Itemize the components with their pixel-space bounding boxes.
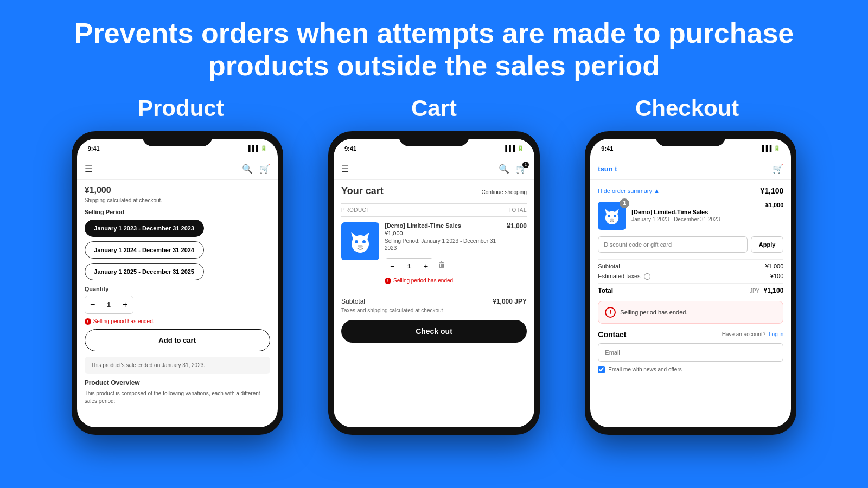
cart-qty-control: − 1 + (385, 258, 433, 274)
cart-qty-plus[interactable]: + (419, 259, 433, 274)
checkout-error-box: ! Selling period has ended. (598, 301, 783, 324)
svg-point-4 (362, 240, 366, 243)
newsletter-checkbox[interactable] (598, 366, 605, 373)
search-icon[interactable]: 🔍 (242, 164, 253, 174)
svg-point-9 (608, 215, 611, 217)
cart-qty-minus[interactable]: − (385, 259, 399, 274)
checkout-wolf-icon (602, 206, 622, 226)
hero-title: Prevents orders when attempts are made t… (54, 17, 814, 82)
svg-point-10 (614, 215, 616, 217)
col-total: TOTAL (508, 207, 527, 213)
hero-section: Prevents orders when attempts are made t… (54, 0, 814, 82)
product-error: ! Selling period has ended. (85, 318, 270, 325)
svg-point-11 (610, 218, 615, 221)
total-value: ¥1,100 (764, 287, 784, 294)
cart-badge: 1 (522, 162, 529, 168)
period-btn-2023[interactable]: January 1 2023 - December 31 2023 (85, 220, 204, 237)
cart-icon[interactable]: 🛒 (259, 164, 270, 174)
product-shipping: Shipping calculated at checkout. (85, 197, 270, 203)
period-btn-2025[interactable]: January 1 2025 - December 31 2025 (85, 263, 204, 280)
checkout-divider-2 (598, 283, 783, 284)
sale-ended-text: This product's sale ended on January 31,… (91, 362, 205, 368)
shipping-link[interactable]: Shipping (85, 197, 106, 203)
wolf-icon (347, 228, 374, 255)
nav-right-icons: 🔍 🛒 (242, 164, 270, 174)
contact-login: Have an account? Log in (722, 331, 784, 337)
checkout-cart-icon[interactable]: 🛒 (773, 164, 783, 174)
checkout-item-price: ¥1,000 (765, 202, 784, 208)
cart-qty-value: 1 (399, 263, 419, 269)
status-icons-1: ▐▐▐ 🔋 (246, 145, 266, 151)
checkout-button[interactable]: Check out (341, 320, 527, 343)
wifi-icon: 🔋 (260, 145, 267, 151)
order-summary-toggle[interactable]: Hide order summary ▲ ¥1,100 (598, 187, 783, 195)
product-content: ¥1,000 Shipping calculated at checkout. … (77, 180, 278, 410)
col-product: PRODUCT (341, 207, 370, 213)
checkout-phone: 9:41 ▐▐▐ 🔋 tsun t 🛒 Hide order summary ▲ (585, 131, 796, 435)
cart-header: Your cart Continue shopping (341, 185, 527, 197)
status-time-2: 9:41 (344, 145, 356, 152)
cart-item-name: [Demo] Limited-Time Sales (385, 222, 501, 229)
discount-apply-button[interactable]: Apply (751, 236, 784, 253)
signal-icon-3: ▐▐▐ (760, 145, 771, 151)
cart-subtotal-label: Subtotal (341, 298, 365, 305)
subtotal-line: Subtotal ¥1,000 (598, 263, 783, 269)
checkout-item-image: 1 (598, 202, 626, 230)
cart-error-dot: ! (385, 278, 391, 284)
qty-minus-btn[interactable]: − (85, 296, 100, 313)
discount-row: Apply (598, 236, 783, 253)
add-to-cart-button[interactable]: Add to cart (85, 329, 270, 351)
checkout-nav: tsun t 🛒 (590, 158, 791, 180)
cart-item-error: ! Selling period has ended. (385, 278, 501, 284)
cart-error-text: Selling period has ended. (393, 278, 455, 284)
period-btn-2024[interactable]: January 1 2024 - December 31 2024 (85, 241, 204, 259)
checkout-divider-1 (598, 259, 783, 260)
cart-shipping-link[interactable]: shipping (367, 307, 387, 313)
cart-hamburger-icon[interactable]: ☰ (341, 164, 349, 174)
cart-nav-right: 🔍 🛒 1 (499, 164, 527, 174)
cart-item-period: Selling Period: January 1 2023 - Decembe… (385, 237, 501, 252)
checkout-item-variant: January 1 2023 - December 31 2023 (631, 216, 760, 222)
cart-item-price: ¥1,000 (385, 230, 501, 236)
cart-search-icon[interactable]: 🔍 (499, 164, 509, 174)
nav-bar-1: ☰ 🔍 🛒 (77, 158, 278, 180)
cart-table-header: PRODUCT TOTAL (341, 203, 527, 217)
cart-cart-icon[interactable]: 🛒 1 (516, 164, 527, 174)
svg-point-3 (355, 240, 358, 243)
cart-subtotal-value: ¥1,000 JPY (493, 298, 527, 305)
cart-item-info: [Demo] Limited-Time Sales ¥1,000 Selling… (385, 222, 501, 284)
product-overview-text: This product is composed of the followin… (85, 390, 270, 405)
quantity-control: − 1 + (85, 296, 133, 314)
order-summary-label: Hide order summary ▲ (598, 188, 660, 194)
contact-title: Contact (598, 330, 626, 339)
status-time-3: 9:41 (601, 145, 613, 152)
contact-header: Contact Have an account? Log in (598, 330, 783, 339)
selling-period-label: Selling Period (85, 209, 270, 215)
phone-notch-3 (655, 131, 726, 146)
checkout-item-info: [Demo] Limited-Time Sales January 1 2023… (631, 209, 760, 222)
quantity-label: Quantity (85, 286, 270, 292)
checkout-error-text: Selling period has ended. (620, 309, 687, 316)
cart-section-label: Cart (309, 95, 559, 121)
error-dot-icon: ! (85, 318, 91, 325)
product-section-label: Product (55, 95, 306, 121)
product-phone: 9:41 ▐▐▐ 🔋 ☰ 🔍 🛒 ¥1,000 Shipping calcula… (72, 131, 283, 435)
cart-delete-icon[interactable]: 🗑 (438, 260, 445, 269)
checkout-error-icon: ! (605, 307, 616, 318)
product-screen: 9:41 ▐▐▐ 🔋 ☰ 🔍 🛒 ¥1,000 Shipping calcula… (77, 139, 278, 427)
status-time-1: 9:41 (88, 145, 100, 152)
cart-title: Your cart (341, 185, 384, 197)
cart-content: Your cart Continue shopping PRODUCT TOTA… (334, 180, 534, 348)
checkout-item-badge: 1 (620, 198, 629, 208)
cart-taxes-text: Taxes and shipping calculated at checkou… (341, 307, 527, 313)
discount-input[interactable] (598, 236, 747, 253)
email-input[interactable] (598, 343, 783, 362)
qty-plus-btn[interactable]: + (118, 296, 133, 313)
cart-item-image (341, 222, 379, 260)
checkout-section-label: Checkout (562, 95, 813, 121)
newsletter-label: Email me with news and offers (608, 367, 681, 373)
qty-value: 1 (100, 301, 118, 309)
continue-shopping-link[interactable]: Continue shopping (482, 189, 527, 195)
login-link[interactable]: Log in (769, 331, 783, 337)
hamburger-icon[interactable]: ☰ (85, 164, 92, 174)
